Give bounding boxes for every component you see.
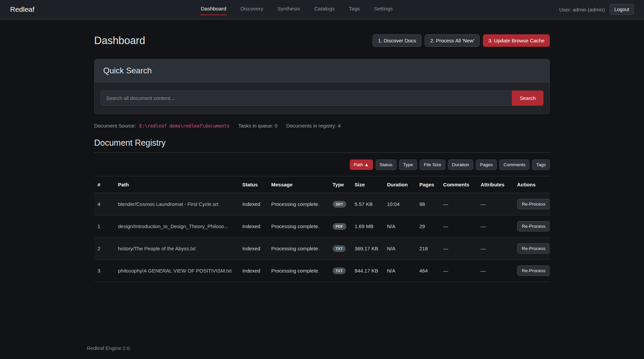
cell-num: 4 [94,193,115,215]
cell-comments: — [440,215,477,238]
quick-search-card: Quick Search Search [94,59,550,114]
doc-path-link[interactable]: design/Introduction_to_Design_Theory_Phi… [118,223,228,229]
page-header: Dashboard 1. Discover Docs 2. Process Al… [94,34,550,47]
header-pages: Pages [416,176,440,193]
update-browse-cache-button[interactable]: 3. Update Browse Cache [483,34,550,47]
reprocess-button[interactable]: Re-Process [517,199,550,209]
sort-duration-button[interactable]: Duration [448,159,473,170]
cell-duration: N/A [384,238,416,260]
reprocess-button[interactable]: Re-Process [517,243,550,254]
cell-message: Processing complete. [268,238,329,260]
sort-status-button[interactable]: Status [376,159,396,170]
process-all-new-button[interactable]: 2. Process All 'New' [425,34,480,47]
cell-size: 369.17 KB [351,238,384,260]
nav-item-catalogs[interactable]: Catalogs [313,4,335,15]
cell-attributes: — [477,193,514,215]
type-badge: TXT [333,267,346,274]
table-header: # Path Status Message Type Size Duration… [94,176,550,193]
header-action-buttons: 1. Discover Docs 2. Process All 'New' 3.… [373,34,550,47]
cell-attributes: — [477,260,514,282]
type-badge: TXT [333,245,346,252]
table-row: 3 philosophy/A GENERAL VIEW OF POSITIVIS… [94,260,550,282]
reprocess-button[interactable]: Re-Process [517,265,550,276]
document-source-path: E:\redleaf demo\redleaf\documents [139,123,229,129]
doc-path-link[interactable]: blender/Cosmos Laundromat - First Cycle.… [118,201,218,207]
sort-comments-button[interactable]: Comments [499,159,529,170]
reprocess-button[interactable]: Re-Process [517,221,550,231]
cell-comments: — [440,260,477,282]
logout-button[interactable]: Logout [610,4,634,15]
table-row: 4 blender/Cosmos Laundromat - First Cycl… [94,193,550,215]
cell-comments: — [440,238,477,260]
cell-pages: 98 [416,193,440,215]
table-row: 1 design/Introduction_to_Design_Theory_P… [94,215,550,238]
cell-duration: 10:04 [384,193,416,215]
document-source-label: Document Source: [94,123,136,129]
cell-duration: N/A [384,260,416,282]
cell-size: 1.69 MB [351,215,384,238]
cell-message: Processing complete. [268,260,329,282]
doc-path-link[interactable]: history/The People of the Abyss.txt [118,246,196,251]
cell-attributes: — [477,238,514,260]
nav-item-settings[interactable]: Settings [373,4,393,15]
quick-search-body: Search [94,82,550,114]
sort-tags-button[interactable]: Tags [532,159,550,170]
sort-path-button[interactable]: Path ▲ [350,159,373,170]
header-duration: Duration [384,176,416,193]
cell-comments: — [440,193,477,215]
sort-button-row: Path ▲ Status Type File Size Duration Pa… [94,159,550,170]
tasks-in-queue: Tasks in queue: 0 [238,123,277,129]
page-title: Dashboard [94,35,145,47]
nav-item-synthesis[interactable]: Synthesis [277,4,301,15]
sort-type-button[interactable]: Type [399,159,417,170]
type-badge: PDF [333,223,346,230]
status-badge: Indexed [239,260,268,282]
discover-docs-button[interactable]: 1. Discover Docs [373,34,421,47]
navbar: Redleaf Dashboard Discovery Synthesis Ca… [0,0,644,20]
header-attributes: Attributes [477,176,514,193]
user-label: User: admin (admin) [559,7,605,12]
document-registry-title: Document Registry [94,138,550,153]
nav-item-tags[interactable]: Tags [348,4,361,15]
cell-message: Processing complete. [268,193,329,215]
quick-search-title: Quick Search [94,59,550,82]
header-size: Size [351,176,384,193]
search-button[interactable]: Search [512,91,543,106]
brand-logo[interactable]: Redleaf [10,5,34,13]
cell-size: 844.17 KB [351,260,384,282]
doc-path-link[interactable]: philosophy/A GENERAL VIEW OF POSITIVISM.… [118,268,232,274]
status-badge: Indexed [239,193,268,215]
nav-item-dashboard[interactable]: Dashboard [200,4,227,15]
header-message: Message [268,176,329,193]
search-input[interactable] [101,91,512,106]
document-registry-table: # Path Status Message Type Size Duration… [94,176,550,282]
cell-message: Processing complete. [268,215,329,238]
table-row: 2 history/The People of the Abyss.txt In… [94,238,550,260]
cell-num: 2 [94,238,115,260]
cell-pages: 464 [416,260,440,282]
cell-duration: N/A [384,215,416,238]
footer-version-text: Redleaf Engine 2.0 [87,345,130,351]
documents-in-registry: Documents in registry: 4 [286,123,341,129]
header-comments: Comments [440,176,477,193]
sort-filesize-button[interactable]: File Size [420,159,445,170]
sort-pages-button[interactable]: Pages [476,159,497,170]
cell-num: 3 [94,260,115,282]
quick-search-input-group: Search [101,91,543,106]
cell-size: 5.57 KB [351,193,384,215]
nav-item-discovery[interactable]: Discovery [240,4,264,15]
navbar-user-section: User: admin (admin) Logout [559,4,634,15]
source-status-line: Document Source: E:\redleaf demo\redleaf… [94,123,550,129]
status-badge: Indexed [239,215,268,238]
header-path: Path [115,176,239,193]
cell-num: 1 [94,215,115,238]
header-actions: Actions [514,176,550,193]
main-nav: Dashboard Discovery Synthesis Catalogs T… [34,4,559,15]
status-badge: Indexed [239,238,268,260]
type-badge: SRT [333,201,346,208]
cell-pages: 218 [416,238,440,260]
header-num: # [94,176,115,193]
cell-attributes: — [477,215,514,238]
cell-pages: 29 [416,215,440,238]
header-type: Type [329,176,351,193]
